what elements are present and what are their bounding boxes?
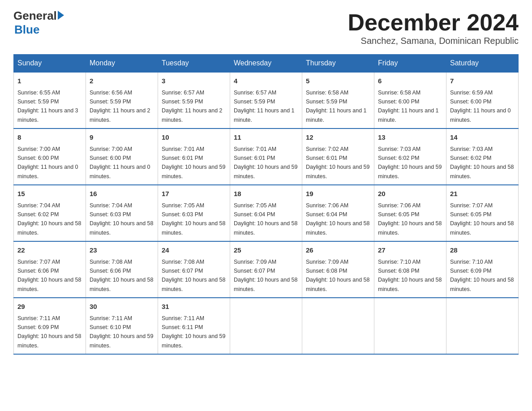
calendar-cell: 25Sunrise: 7:09 AMSunset: 6:07 PMDayligh… bbox=[230, 241, 302, 298]
calendar-cell: 11Sunrise: 7:01 AMSunset: 6:01 PMDayligh… bbox=[230, 128, 302, 185]
day-info: Sunrise: 6:55 AMSunset: 5:59 PMDaylight:… bbox=[17, 90, 78, 123]
calendar-cell: 18Sunrise: 7:05 AMSunset: 6:04 PMDayligh… bbox=[230, 185, 302, 241]
day-number: 7 bbox=[450, 76, 515, 86]
calendar-week-row: 8Sunrise: 7:00 AMSunset: 6:00 PMDaylight… bbox=[14, 128, 519, 185]
calendar-table: SundayMondayTuesdayWednesdayThursdayFrid… bbox=[13, 54, 519, 355]
calendar-cell: 8Sunrise: 7:00 AMSunset: 6:00 PMDaylight… bbox=[14, 128, 86, 185]
day-number: 25 bbox=[234, 245, 298, 256]
day-number: 1 bbox=[17, 76, 82, 86]
day-number: 13 bbox=[378, 133, 442, 143]
calendar-cell: 13Sunrise: 7:03 AMSunset: 6:02 PMDayligh… bbox=[374, 128, 446, 185]
calendar-cell: 9Sunrise: 7:00 AMSunset: 6:00 PMDaylight… bbox=[86, 128, 158, 185]
day-info: Sunrise: 6:58 AMSunset: 6:00 PMDaylight:… bbox=[378, 90, 439, 123]
calendar-cell: 30Sunrise: 7:11 AMSunset: 6:10 PMDayligh… bbox=[86, 298, 158, 354]
calendar-cell: 3Sunrise: 6:57 AMSunset: 5:59 PMDaylight… bbox=[158, 72, 230, 128]
calendar-cell bbox=[446, 298, 519, 354]
day-info: Sunrise: 6:57 AMSunset: 5:59 PMDaylight:… bbox=[162, 90, 223, 123]
calendar-cell bbox=[302, 298, 374, 354]
weekday-header-tuesday: Tuesday bbox=[158, 55, 230, 73]
calendar-cell: 20Sunrise: 7:06 AMSunset: 6:05 PMDayligh… bbox=[374, 185, 446, 241]
logo-arrow-icon bbox=[58, 11, 64, 20]
calendar-cell bbox=[374, 298, 446, 354]
day-info: Sunrise: 7:04 AMSunset: 6:02 PMDaylight:… bbox=[17, 202, 81, 236]
day-info: Sunrise: 7:08 AMSunset: 6:07 PMDaylight:… bbox=[162, 259, 225, 292]
day-info: Sunrise: 7:07 AMSunset: 6:05 PMDaylight:… bbox=[450, 202, 514, 236]
day-info: Sunrise: 7:08 AMSunset: 6:06 PMDaylight:… bbox=[90, 259, 153, 292]
calendar-cell: 24Sunrise: 7:08 AMSunset: 6:07 PMDayligh… bbox=[158, 241, 230, 298]
calendar-cell bbox=[230, 298, 302, 354]
day-number: 26 bbox=[306, 245, 370, 256]
calendar-cell: 23Sunrise: 7:08 AMSunset: 6:06 PMDayligh… bbox=[86, 241, 158, 298]
calendar-cell: 14Sunrise: 7:03 AMSunset: 6:02 PMDayligh… bbox=[446, 128, 519, 185]
day-number: 24 bbox=[162, 245, 226, 256]
calendar-week-row: 15Sunrise: 7:04 AMSunset: 6:02 PMDayligh… bbox=[14, 185, 519, 241]
day-info: Sunrise: 7:07 AMSunset: 6:06 PMDaylight:… bbox=[17, 259, 81, 292]
calendar-cell: 16Sunrise: 7:04 AMSunset: 6:03 PMDayligh… bbox=[86, 185, 158, 241]
day-info: Sunrise: 7:05 AMSunset: 6:03 PMDaylight:… bbox=[162, 202, 225, 236]
month-year-title: December 2024 bbox=[348, 9, 519, 36]
day-number: 29 bbox=[17, 302, 82, 312]
page-header: General Blue December 2024 Sanchez, Sama… bbox=[13, 9, 519, 46]
day-number: 15 bbox=[17, 189, 82, 199]
calendar-week-row: 22Sunrise: 7:07 AMSunset: 6:06 PMDayligh… bbox=[14, 241, 519, 298]
day-info: Sunrise: 7:09 AMSunset: 6:07 PMDaylight:… bbox=[234, 259, 297, 292]
calendar-cell: 5Sunrise: 6:58 AMSunset: 5:59 PMDaylight… bbox=[302, 72, 374, 128]
title-section: December 2024 Sanchez, Samana, Dominican… bbox=[348, 9, 519, 46]
day-number: 9 bbox=[90, 133, 154, 143]
day-number: 11 bbox=[234, 133, 298, 143]
calendar-cell: 7Sunrise: 6:59 AMSunset: 6:00 PMDaylight… bbox=[446, 72, 519, 128]
weekday-header-wednesday: Wednesday bbox=[230, 55, 302, 73]
day-info: Sunrise: 7:00 AMSunset: 6:00 PMDaylight:… bbox=[90, 146, 150, 180]
logo-general-text: General bbox=[13, 9, 57, 23]
calendar-cell: 1Sunrise: 6:55 AMSunset: 5:59 PMDaylight… bbox=[14, 72, 86, 128]
day-info: Sunrise: 6:59 AMSunset: 6:00 PMDaylight:… bbox=[450, 90, 511, 123]
calendar-cell: 28Sunrise: 7:10 AMSunset: 6:09 PMDayligh… bbox=[446, 241, 519, 298]
calendar-cell: 10Sunrise: 7:01 AMSunset: 6:01 PMDayligh… bbox=[158, 128, 230, 185]
day-info: Sunrise: 7:01 AMSunset: 6:01 PMDaylight:… bbox=[162, 146, 225, 180]
location-subtitle: Sanchez, Samana, Dominican Republic bbox=[348, 36, 519, 46]
day-info: Sunrise: 7:06 AMSunset: 6:04 PMDaylight:… bbox=[306, 202, 369, 236]
weekday-header-sunday: Sunday bbox=[14, 55, 86, 73]
day-number: 28 bbox=[450, 245, 515, 256]
day-info: Sunrise: 7:09 AMSunset: 6:08 PMDaylight:… bbox=[306, 259, 369, 292]
day-number: 31 bbox=[162, 302, 226, 312]
day-info: Sunrise: 7:03 AMSunset: 6:02 PMDaylight:… bbox=[450, 146, 514, 180]
day-number: 16 bbox=[90, 189, 154, 199]
day-number: 4 bbox=[234, 76, 298, 86]
calendar-cell: 19Sunrise: 7:06 AMSunset: 6:04 PMDayligh… bbox=[302, 185, 374, 241]
day-number: 5 bbox=[306, 76, 370, 86]
day-number: 22 bbox=[17, 245, 82, 256]
calendar-cell: 6Sunrise: 6:58 AMSunset: 6:00 PMDaylight… bbox=[374, 72, 446, 128]
day-info: Sunrise: 7:10 AMSunset: 6:09 PMDaylight:… bbox=[450, 259, 514, 292]
weekday-header-row: SundayMondayTuesdayWednesdayThursdayFrid… bbox=[14, 55, 519, 73]
day-number: 10 bbox=[162, 133, 226, 143]
day-info: Sunrise: 7:11 AMSunset: 6:11 PMDaylight:… bbox=[162, 315, 225, 349]
weekday-header-thursday: Thursday bbox=[302, 55, 374, 73]
weekday-header-friday: Friday bbox=[374, 55, 446, 73]
day-number: 14 bbox=[450, 133, 515, 143]
day-info: Sunrise: 7:03 AMSunset: 6:02 PMDaylight:… bbox=[378, 146, 442, 180]
calendar-cell: 21Sunrise: 7:07 AMSunset: 6:05 PMDayligh… bbox=[446, 185, 519, 241]
calendar-cell: 17Sunrise: 7:05 AMSunset: 6:03 PMDayligh… bbox=[158, 185, 230, 241]
calendar-cell: 26Sunrise: 7:09 AMSunset: 6:08 PMDayligh… bbox=[302, 241, 374, 298]
day-info: Sunrise: 7:05 AMSunset: 6:04 PMDaylight:… bbox=[234, 202, 297, 236]
day-info: Sunrise: 6:57 AMSunset: 5:59 PMDaylight:… bbox=[234, 90, 295, 123]
calendar-week-row: 29Sunrise: 7:11 AMSunset: 6:09 PMDayligh… bbox=[14, 298, 519, 354]
day-number: 2 bbox=[90, 76, 154, 86]
logo-blue-text: Blue bbox=[14, 23, 64, 37]
day-number: 12 bbox=[306, 133, 370, 143]
day-number: 30 bbox=[90, 302, 154, 312]
day-info: Sunrise: 7:11 AMSunset: 6:09 PMDaylight:… bbox=[17, 315, 81, 349]
calendar-cell: 12Sunrise: 7:02 AMSunset: 6:01 PMDayligh… bbox=[302, 128, 374, 185]
weekday-header-monday: Monday bbox=[86, 55, 158, 73]
day-info: Sunrise: 7:06 AMSunset: 6:05 PMDaylight:… bbox=[378, 202, 442, 236]
weekday-header-saturday: Saturday bbox=[446, 55, 519, 73]
day-number: 8 bbox=[17, 133, 82, 143]
day-info: Sunrise: 7:00 AMSunset: 6:00 PMDaylight:… bbox=[17, 146, 78, 180]
calendar-cell: 2Sunrise: 6:56 AMSunset: 5:59 PMDaylight… bbox=[86, 72, 158, 128]
calendar-week-row: 1Sunrise: 6:55 AMSunset: 5:59 PMDaylight… bbox=[14, 72, 519, 128]
day-info: Sunrise: 7:01 AMSunset: 6:01 PMDaylight:… bbox=[234, 146, 297, 180]
calendar-cell: 29Sunrise: 7:11 AMSunset: 6:09 PMDayligh… bbox=[14, 298, 86, 354]
day-number: 19 bbox=[306, 189, 370, 199]
calendar-cell: 4Sunrise: 6:57 AMSunset: 5:59 PMDaylight… bbox=[230, 72, 302, 128]
